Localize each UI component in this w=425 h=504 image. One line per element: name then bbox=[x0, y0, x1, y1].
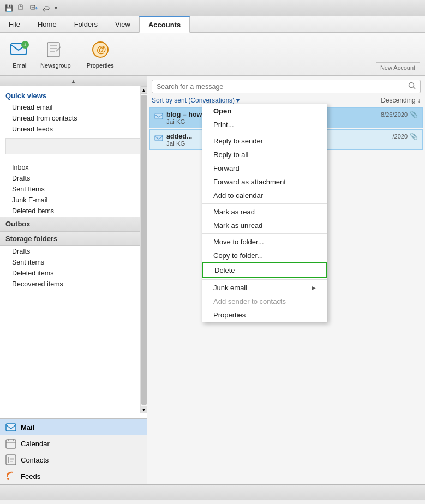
ribbon-separator bbox=[79, 40, 79, 68]
ctx-reply-all[interactable]: Reply to all bbox=[202, 148, 327, 161]
quick-view-preview bbox=[5, 138, 141, 154]
content-area: Sort by sent (Conversations)▼ Descending… bbox=[147, 76, 425, 484]
svg-rect-12 bbox=[6, 440, 16, 448]
svg-text:@: @ bbox=[97, 44, 106, 55]
properties-button[interactable]: @ Properties bbox=[82, 37, 118, 71]
quick-access-dropdown[interactable]: ▼ bbox=[53, 5, 58, 11]
attachment-icon: 📎 bbox=[410, 111, 418, 118]
calendar-icon bbox=[5, 438, 16, 449]
menu-folders[interactable]: Folders bbox=[65, 16, 106, 32]
svg-point-19 bbox=[409, 83, 414, 88]
ctx-add-sender: Add sender to contacts bbox=[202, 295, 327, 308]
menu-bar: File Home Folders View Accounts bbox=[0, 16, 425, 33]
feeds-icon bbox=[5, 471, 16, 482]
menu-accounts[interactable]: Accounts bbox=[139, 16, 190, 33]
sidebar-item-storage-drafts[interactable]: Drafts bbox=[0, 246, 147, 257]
envelope-icon bbox=[154, 112, 163, 122]
send-receive-icon[interactable] bbox=[28, 3, 39, 14]
sidebar-scroll-up[interactable]: ▲ bbox=[0, 76, 147, 86]
nav-pane-bottom: Mail Calendar Contacts Feeds bbox=[0, 418, 147, 484]
search-input[interactable] bbox=[157, 83, 408, 91]
nav-feeds[interactable]: Feeds bbox=[0, 468, 147, 484]
ctx-mark-read[interactable]: Mark as read bbox=[202, 205, 327, 219]
sidebar-item-unread-contacts[interactable]: Unread from contacts bbox=[0, 113, 147, 124]
nav-calendar[interactable]: Calendar bbox=[0, 435, 147, 452]
sidebar-item-inbox[interactable]: Inbox bbox=[0, 162, 147, 173]
menu-view[interactable]: View bbox=[106, 16, 139, 32]
ctx-forward-attachment[interactable]: Forward as attachment bbox=[202, 175, 327, 189]
new-icon[interactable] bbox=[16, 3, 27, 14]
scroll-up-btn[interactable]: ▲ bbox=[141, 86, 147, 94]
submenu-arrow: ▶ bbox=[312, 285, 316, 291]
ctx-properties[interactable]: Properties bbox=[202, 308, 327, 322]
sidebar-item-storage-deleted[interactable]: Deleted items bbox=[0, 268, 147, 279]
contacts-icon bbox=[5, 454, 16, 465]
sidebar-item-unread-email[interactable]: Unread email bbox=[0, 102, 147, 113]
reply-icon[interactable] bbox=[41, 3, 52, 14]
outbox-header: Outbox bbox=[0, 217, 147, 231]
newsgroup-label: Newsgroup bbox=[40, 62, 71, 69]
ctx-forward[interactable]: Forward bbox=[202, 161, 327, 175]
nav-feeds-label: Feeds bbox=[21, 472, 40, 481]
ctx-sep-2 bbox=[202, 203, 327, 204]
sidebar-item-sent[interactable]: Sent Items bbox=[0, 184, 147, 195]
ctx-open[interactable]: Open bbox=[202, 104, 327, 118]
ctx-sep-4 bbox=[202, 279, 327, 280]
message-subject: added... bbox=[166, 133, 192, 140]
nav-contacts-label: Contacts bbox=[21, 456, 49, 464]
search-bar bbox=[152, 80, 421, 93]
properties-label: Properties bbox=[87, 62, 114, 69]
save-button[interactable]: 💾 bbox=[3, 3, 14, 14]
attachment-icon: 📎 bbox=[410, 133, 418, 140]
nav-mail[interactable]: Mail bbox=[0, 419, 147, 435]
sidebar-item-unread-feeds[interactable]: Unread feeds bbox=[0, 124, 147, 135]
sidebar-item-drafts[interactable]: Drafts bbox=[0, 173, 147, 184]
email-label: Email bbox=[13, 62, 28, 69]
status-bar bbox=[0, 484, 425, 500]
svg-rect-21 bbox=[155, 113, 163, 119]
scroll-thumb bbox=[141, 95, 147, 405]
email-icon: + bbox=[10, 39, 31, 60]
ctx-add-calendar[interactable]: Add to calendar bbox=[202, 189, 327, 202]
ctx-reply-sender[interactable]: Reply to sender bbox=[202, 134, 327, 148]
sidebar-item-storage-sent[interactable]: Sent items bbox=[0, 257, 147, 268]
newsgroup-button[interactable]: Newsgroup bbox=[36, 37, 75, 71]
sidebar-item-deleted[interactable]: Deleted Items bbox=[0, 206, 147, 217]
sidebar-content: Quick views Unread email Unread from con… bbox=[0, 86, 147, 418]
sidebar-item-storage-recovered[interactable]: Recovered items bbox=[0, 279, 147, 290]
ctx-junk-email[interactable]: Junk email ▶ bbox=[202, 281, 327, 295]
scroll-down-btn[interactable]: ▼ bbox=[141, 406, 147, 413]
storage-folders-header: Storage folders bbox=[0, 231, 147, 246]
main-layout: ▲ Quick views Unread email Unread from c… bbox=[0, 76, 425, 484]
email-button[interactable]: + Email bbox=[5, 37, 35, 71]
svg-rect-22 bbox=[155, 135, 163, 141]
nav-mail-label: Mail bbox=[21, 423, 34, 431]
ctx-print[interactable]: Print... bbox=[202, 118, 327, 131]
sidebar-scrollbar[interactable]: ▲ ▼ bbox=[140, 86, 147, 413]
ctx-mark-unread[interactable]: Mark as unread bbox=[202, 219, 327, 232]
sidebar: ▲ Quick views Unread email Unread from c… bbox=[0, 76, 147, 484]
quick-views-title: Quick views bbox=[0, 88, 147, 102]
context-menu: Open Print... Reply to sender Reply to a… bbox=[202, 104, 327, 322]
mail-icon bbox=[5, 422, 16, 433]
sidebar-item-junk[interactable]: Junk E-mail bbox=[0, 195, 147, 206]
newsgroup-icon bbox=[45, 39, 66, 60]
envelope-icon bbox=[154, 134, 163, 144]
menu-file[interactable]: File bbox=[0, 16, 29, 32]
ribbon-buttons: + Email Newsgroup @ bbox=[5, 37, 369, 71]
nav-calendar-label: Calendar bbox=[21, 440, 50, 448]
quick-access-toolbar: 💾 ▼ bbox=[3, 3, 58, 14]
svg-point-18 bbox=[7, 478, 9, 480]
ctx-delete[interactable]: Delete bbox=[202, 262, 327, 278]
ctx-copy-folder[interactable]: Copy to folder... bbox=[202, 249, 327, 262]
sort-direction: Descending ↓ bbox=[381, 97, 421, 104]
nav-contacts[interactable]: Contacts bbox=[0, 452, 147, 468]
menu-home[interactable]: Home bbox=[29, 16, 65, 32]
sort-label[interactable]: Sort by sent (Conversations)▼ bbox=[152, 97, 241, 104]
search-button[interactable] bbox=[408, 82, 416, 91]
title-bar: 💾 ▼ bbox=[0, 0, 425, 16]
ctx-move-folder[interactable]: Move to folder... bbox=[202, 235, 327, 249]
ctx-sep-1 bbox=[202, 133, 327, 133]
ribbon-group-label: New Account bbox=[376, 62, 420, 71]
properties-icon: @ bbox=[90, 39, 111, 60]
